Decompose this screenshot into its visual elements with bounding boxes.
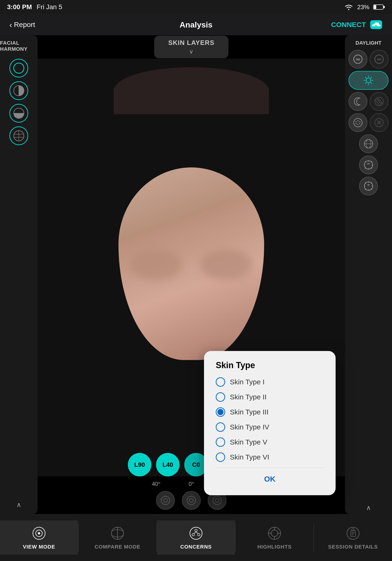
battery-percentage: 23% — [357, 3, 370, 11]
skin-type-option-2[interactable]: Skin Type II — [216, 392, 324, 402]
nav-item-compare-mode[interactable]: COMPARE MODE — [78, 520, 156, 555]
svg-text:360: 360 — [356, 58, 360, 61]
light-uv[interactable]: UV — [359, 155, 378, 174]
cloud-icon — [370, 20, 383, 30]
angle-tab-l90[interactable]: L90 — [128, 453, 151, 476]
left-eye-blur — [130, 250, 182, 280]
svg-rect-1 — [383, 6, 385, 8]
svg-point-76 — [195, 529, 197, 532]
facial-harmony-title: FACIAL HARMONY — [0, 40, 38, 52]
status-date: Fri Jan 5 — [37, 3, 62, 11]
light-row-1: 360 360 — [348, 50, 389, 69]
back-label: Report — [14, 21, 35, 29]
skin-type-label-5: Skin Type V — [230, 438, 267, 446]
skin-type-modal[interactable]: Skin Type Skin Type I Skin Type II Skin … — [204, 351, 336, 495]
bottom-nav: VIEW MODE COMPARE MODE — [0, 514, 392, 561]
light-dots[interactable] — [348, 113, 367, 132]
light-striped[interactable] — [370, 92, 389, 111]
camera-btn-center[interactable] — [182, 491, 201, 510]
facial-harmony-collapse[interactable]: ∧ — [0, 497, 38, 512]
light-sphere[interactable] — [359, 134, 378, 153]
svg-text:360: 360 — [377, 58, 381, 61]
status-time: 3:00 PM — [7, 3, 32, 11]
light-360-right[interactable]: 360 — [370, 50, 389, 69]
skin-type-option-3[interactable]: Skin Type III — [216, 407, 324, 417]
svg-line-79 — [194, 532, 196, 534]
face-icon-thirds[interactable] — [9, 126, 28, 145]
light-360-left[interactable]: 360 — [348, 50, 367, 69]
svg-line-23 — [370, 82, 372, 84]
daylight-title: DAYLIGHT — [356, 40, 381, 46]
svg-line-22 — [365, 77, 366, 78]
svg-line-25 — [365, 82, 366, 84]
skin-layers-button[interactable]: SKIN LAYERS ∨ — [154, 36, 229, 58]
view-mode-icon — [31, 525, 47, 541]
back-arrow-icon: ‹ — [9, 20, 12, 29]
light-daylight-active[interactable] — [348, 71, 389, 90]
modal-divider — [216, 467, 324, 468]
svg-point-32 — [358, 120, 358, 121]
radio-4[interactable] — [216, 422, 225, 432]
svg-point-64 — [161, 496, 170, 505]
skin-type-option-4[interactable]: Skin Type IV — [216, 422, 324, 432]
hair-region — [114, 67, 269, 114]
skin-type-option-5[interactable]: Skin Type V — [216, 437, 324, 447]
daylight-panel: DAYLIGHT 360 360 — [345, 35, 392, 514]
collapse-icon: ∧ — [366, 504, 371, 511]
light-grid[interactable] — [370, 113, 389, 132]
nav-item-concerns[interactable]: CONCERNS — [157, 520, 235, 555]
svg-point-77 — [192, 534, 194, 536]
back-button[interactable]: ‹ Report — [9, 20, 35, 29]
connect-label: CONNECT — [331, 21, 366, 29]
light-w[interactable]: W — [359, 177, 378, 195]
angle-tab-c0-label: C0 — [192, 461, 200, 468]
svg-text:UV: UV — [367, 162, 370, 165]
nav-label-view-mode: VIEW MODE — [23, 544, 55, 550]
daylight-collapse[interactable]: ∧ — [366, 504, 371, 512]
highlights-icon — [266, 525, 283, 541]
nav-item-highlights[interactable]: HIGHLIGHTS — [236, 520, 314, 555]
radio-2[interactable] — [216, 392, 225, 402]
nav-label-compare-mode: COMPARE MODE — [95, 544, 141, 550]
face-oval — [119, 168, 264, 360]
light-crescent[interactable] — [348, 92, 367, 111]
angle-tab-l40[interactable]: L40 — [156, 453, 180, 476]
nav-item-view-mode[interactable]: VIEW MODE — [0, 520, 78, 555]
angle-left: 40° — [152, 481, 160, 487]
camera-btn-left[interactable] — [156, 491, 175, 510]
svg-point-35 — [358, 124, 358, 125]
radio-1[interactable] — [216, 377, 225, 387]
face-icon-full[interactable] — [9, 59, 28, 77]
svg-point-68 — [213, 496, 221, 505]
nav-item-session-details[interactable]: SESSION DETAILS — [314, 520, 392, 555]
radio-5[interactable] — [216, 437, 225, 447]
radio-3[interactable] — [216, 407, 225, 417]
wifi-icon — [344, 3, 353, 11]
skin-type-label-4: Skin Type IV — [230, 423, 269, 431]
face-icon-half-h[interactable] — [9, 104, 28, 123]
skin-type-option-1[interactable]: Skin Type I — [216, 377, 324, 387]
svg-point-4 — [14, 63, 24, 73]
angle-tab-l90-label: L90 — [134, 461, 145, 468]
svg-point-65 — [163, 498, 167, 502]
chevron-down-icon: ∨ — [189, 48, 193, 55]
svg-rect-2 — [374, 5, 376, 9]
skin-layers-panel: SKIN LAYERS ∨ — [38, 35, 345, 59]
svg-point-67 — [189, 498, 193, 502]
concerns-icon — [188, 525, 204, 541]
skin-type-label-3: Skin Type III — [230, 408, 269, 416]
svg-point-72 — [38, 532, 40, 534]
session-details-icon — [345, 525, 361, 541]
skin-type-option-6[interactable]: Skin Type VI — [216, 453, 324, 462]
status-right: 23% — [344, 3, 385, 11]
radio-6[interactable] — [216, 453, 225, 462]
right-eye-blur — [201, 250, 252, 280]
light-options-grid: 360 360 — [345, 50, 392, 195]
face-icon-half-v[interactable] — [9, 81, 28, 100]
nav-label-session-details: SESSION DETAILS — [328, 544, 378, 550]
connect-button[interactable]: CONNECT — [331, 20, 383, 30]
svg-point-31 — [356, 121, 357, 122]
svg-line-80 — [196, 532, 198, 534]
svg-point-75 — [190, 527, 202, 539]
ok-button[interactable]: OK — [216, 473, 324, 486]
